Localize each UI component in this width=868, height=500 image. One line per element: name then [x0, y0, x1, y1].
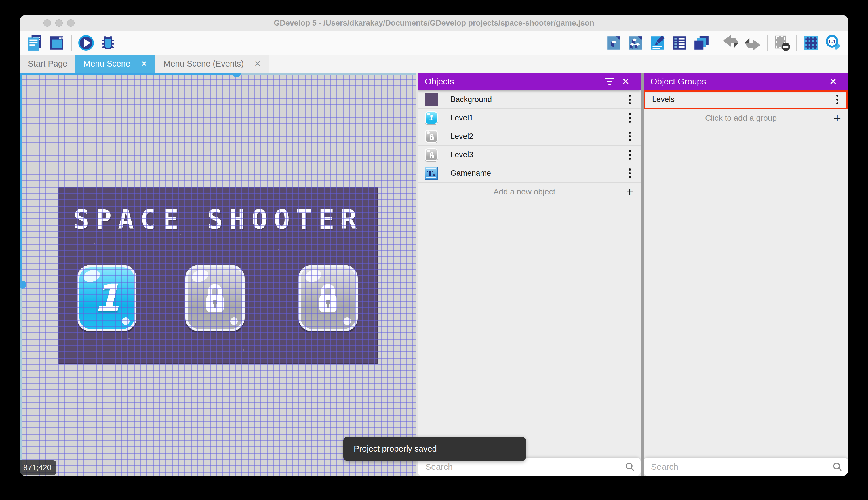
object-groups-panel-header: Object Groups ✕ [644, 72, 848, 90]
close-panel-icon[interactable]: ✕ [618, 73, 634, 90]
object-menu-icon[interactable] [624, 169, 635, 178]
save-toast: Project properly saved [343, 436, 526, 461]
close-window-button[interactable] [44, 19, 51, 27]
object-row-gamename[interactable]: Tx Gamename [418, 164, 641, 183]
main-content: SPACE SHOOTER 1 [20, 72, 848, 476]
selection-resize-handle-left[interactable] [20, 281, 26, 288]
window-title: GDevelop 5 - /Users/dkarakay/Documents/G… [20, 15, 848, 31]
toolbar-separator [716, 35, 716, 51]
object-row-level1[interactable]: 1 Level1 [418, 109, 641, 127]
object-row-background[interactable]: Background [418, 90, 641, 109]
toggle-mask-icon[interactable] [774, 35, 790, 51]
toast-message: Project properly saved [354, 444, 437, 454]
close-tab-icon[interactable]: ✕ [141, 59, 147, 69]
close-tab-icon[interactable]: ✕ [254, 59, 261, 69]
tab-menu-scene[interactable]: Menu Scene ✕ [75, 55, 155, 72]
add-object-row[interactable]: Add a new object + [418, 183, 641, 201]
toolbar-separator [71, 35, 72, 51]
plus-icon[interactable]: + [831, 112, 843, 124]
selection-edge-left-faded [20, 284, 22, 476]
level1-button-object[interactable]: 1 [77, 265, 137, 331]
object-groups-search-bar [644, 458, 848, 476]
play-preview-icon[interactable] [78, 35, 94, 51]
plus-icon[interactable]: + [624, 186, 635, 197]
selection-edge-top [20, 72, 236, 75]
edit-object-icon[interactable] [606, 35, 622, 51]
redo-icon[interactable] [744, 35, 761, 51]
layers-icon[interactable] [693, 35, 710, 51]
close-panel-icon[interactable]: ✕ [825, 73, 841, 90]
gdevelop-window: GDevelop 5 - /Users/dkarakay/Documents/G… [20, 15, 848, 476]
objects-search-input[interactable] [425, 462, 625, 472]
panel-divider[interactable] [641, 72, 644, 476]
toolbar-separator [796, 35, 797, 51]
background-object[interactable]: SPACE SHOOTER 1 [58, 187, 378, 364]
object-menu-icon[interactable] [624, 95, 635, 104]
level-locked-thumbnail [425, 148, 438, 161]
gloss-dot [343, 317, 351, 325]
level2-button-object[interactable] [185, 265, 245, 331]
object-groups-panel-title: Object Groups [650, 77, 825, 87]
cursor-coordinates-badge: 871;420 [20, 460, 56, 475]
selection-edge-left [20, 72, 22, 284]
object-row-level3[interactable]: Level3 [418, 146, 641, 164]
object-menu-icon[interactable] [624, 150, 635, 160]
group-label: Levels [652, 95, 831, 104]
object-menu-icon[interactable] [624, 132, 635, 141]
objects-panel: Objects ✕ Background 1 Level1 [418, 72, 641, 476]
level3-button-object[interactable] [298, 265, 358, 331]
background-thumbnail [425, 93, 438, 106]
scene-title-text[interactable]: SPACE SHOOTER [59, 204, 377, 235]
gloss-dot [122, 317, 129, 325]
tab-label: Menu Scene (Events) [163, 59, 244, 69]
selection-resize-handle-top[interactable] [232, 72, 241, 77]
cursor-coordinates: 871;420 [23, 463, 51, 472]
instances-list-icon[interactable] [671, 35, 688, 51]
add-group-row[interactable]: Click to add a group + [644, 109, 848, 127]
add-group-label: Click to add a group [650, 113, 831, 123]
start-page-icon[interactable] [48, 35, 65, 51]
undo-icon[interactable] [723, 35, 739, 51]
object-label: Background [450, 95, 624, 104]
object-label: Level2 [450, 132, 624, 141]
filter-icon[interactable] [601, 73, 618, 90]
title-bar: GDevelop 5 - /Users/dkarakay/Documents/G… [20, 15, 848, 31]
add-object-label: Add a new object [425, 187, 624, 196]
group-row-levels[interactable]: Levels [644, 90, 848, 109]
minimize-window-button[interactable] [55, 19, 63, 27]
search-icon [833, 462, 842, 472]
edit-scene-properties-icon[interactable] [649, 35, 666, 51]
canvas-panel-gutter [416, 72, 418, 476]
traffic-lights [44, 19, 74, 27]
search-icon [625, 462, 635, 472]
main-toolbar: 1:1 [20, 31, 848, 55]
tab-label: Start Page [28, 59, 67, 69]
object-label: Level3 [450, 150, 624, 159]
object-label: Gamename [450, 169, 624, 178]
editor-tabs: Start Page Menu Scene ✕ Menu Scene (Even… [20, 55, 848, 72]
gloss-dot [230, 317, 238, 325]
tab-label: Menu Scene [83, 59, 130, 69]
text-object-thumbnail: Tx [425, 167, 438, 180]
object-row-level2[interactable]: Level2 [418, 127, 641, 146]
toggle-grid-icon[interactable] [803, 35, 820, 51]
selection-edge-top-faded [236, 72, 416, 75]
svg-text:1:1: 1:1 [828, 39, 836, 44]
object-groups-panel: Object Groups ✕ Levels Click to add a gr… [644, 72, 848, 476]
project-manager-icon[interactable] [26, 35, 43, 51]
object-groups-search-input[interactable] [650, 462, 833, 472]
zoom-window-button[interactable] [67, 19, 74, 27]
group-menu-icon[interactable] [831, 95, 843, 104]
tab-menu-scene-events[interactable]: Menu Scene (Events) ✕ [155, 55, 269, 72]
objects-panel-header: Objects ✕ [418, 72, 641, 90]
zoom-one-to-one-icon[interactable]: 1:1 [825, 35, 842, 51]
toolbar-separator [767, 35, 767, 51]
debug-icon[interactable] [99, 35, 116, 51]
objects-panel-title: Objects [425, 77, 601, 87]
level-unlocked-thumbnail: 1 [425, 112, 438, 124]
scene-editor-canvas[interactable]: SPACE SHOOTER 1 [20, 72, 416, 476]
level-locked-thumbnail [425, 130, 438, 143]
edit-object-group-icon[interactable] [627, 35, 644, 51]
object-menu-icon[interactable] [624, 113, 635, 123]
tab-start-page[interactable]: Start Page [20, 55, 75, 72]
